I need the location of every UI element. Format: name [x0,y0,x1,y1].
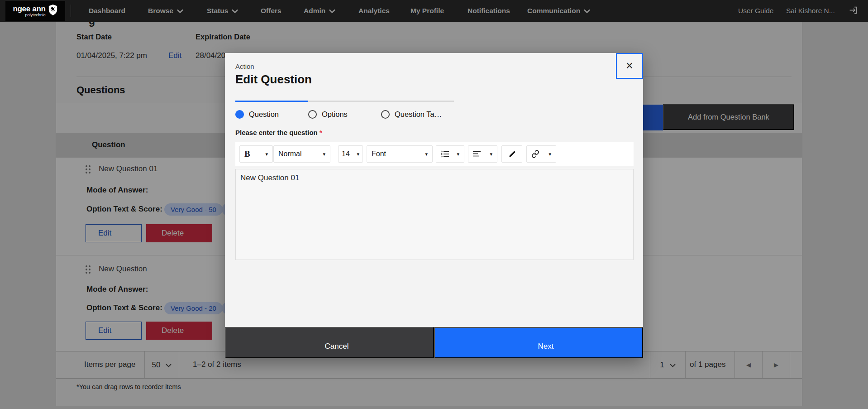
nav-item-status[interactable]: Status [207,0,238,22]
chevron-down-icon [584,9,590,13]
nav-item-notifications[interactable]: Notifications [467,0,510,22]
nav-item-communication[interactable]: Communication [527,0,590,22]
logout-icon [849,5,858,17]
font-family-dropdown[interactable]: Font▾ [367,145,433,163]
font-size-dropdown[interactable]: 14▾ [338,145,363,163]
bold-icon: B [244,149,250,159]
modal-step-tabs: Question Options Question Ta… [235,101,454,119]
paragraph-style-dropdown[interactable]: Normal▾ [273,145,330,163]
caret-down-icon: ▾ [548,151,551,157]
app-root: ngee ann polytechnic Dashboard Browse St… [0,0,868,409]
list-dropdown-button[interactable]: ▾ [436,145,464,163]
nav-item-analytics[interactable]: Analytics [358,0,390,22]
caret-down-icon: ▾ [357,151,359,157]
align-left-icon [473,151,481,157]
edit-question-modal: × Action Edit Question Question Options … [225,53,643,358]
pencil-icon [508,150,516,158]
next-button[interactable]: Next [434,327,643,358]
caret-down-icon: ▾ [265,151,268,157]
modal-kicker: Action [235,63,254,70]
logo-line2: polytechnic [13,13,45,17]
top-navbar: ngee ann polytechnic Dashboard Browse St… [0,0,868,22]
caret-down-icon: ▾ [323,151,325,157]
nav-item-user-guide[interactable]: User Guide [738,0,773,22]
editor-toolbar: B▾ Normal▾ 14▾ Font▾ ▾ ▾ [235,142,634,166]
nav-item-dashboard[interactable]: Dashboard [89,0,125,22]
align-dropdown-button[interactable]: ▾ [468,145,497,163]
bullet-list-icon [441,150,449,158]
np-logo[interactable]: ngee ann polytechnic [5,1,65,21]
modal-footer: Cancel Next [225,327,643,358]
nav-user-name[interactable]: Sai Kishore N... [786,0,835,22]
nav-item-my-profile[interactable]: My Profile [410,0,444,22]
close-icon: × [626,60,633,72]
nav-divider [71,5,71,17]
radio-unselected-icon [381,110,390,119]
cancel-button[interactable]: Cancel [225,327,434,358]
radio-selected-icon [235,110,244,119]
link-dropdown-button[interactable]: ▾ [526,145,556,163]
tab-question[interactable]: Question [235,101,308,119]
caret-down-icon: ▾ [490,151,492,157]
tab-options[interactable]: Options [308,101,381,119]
pencil-edit-button[interactable] [501,145,522,163]
required-asterisk: * [320,129,322,136]
question-editor-textarea[interactable]: New Question 01 [235,169,634,260]
modal-title: Edit Question [235,72,312,87]
caret-down-icon: ▾ [425,151,428,157]
caret-down-icon: ▾ [457,151,459,157]
logo-line1: ngee ann [13,5,45,13]
chevron-down-icon [329,9,335,13]
np-shield-icon [48,4,58,18]
chevron-down-icon [177,9,183,13]
close-button[interactable]: × [616,53,643,79]
bold-dropdown-button[interactable]: B▾ [239,145,273,163]
question-field-label: Please enter the question * [235,129,322,136]
tab-question-tags[interactable]: Question Ta… [381,101,454,119]
nav-item-admin[interactable]: Admin [304,0,335,22]
radio-unselected-icon [308,110,317,119]
nav-item-offers[interactable]: Offers [261,0,281,22]
nav-item-browse[interactable]: Browse [148,0,183,22]
link-icon [531,150,539,158]
logout-button[interactable] [849,0,858,22]
chevron-down-icon [232,9,238,13]
